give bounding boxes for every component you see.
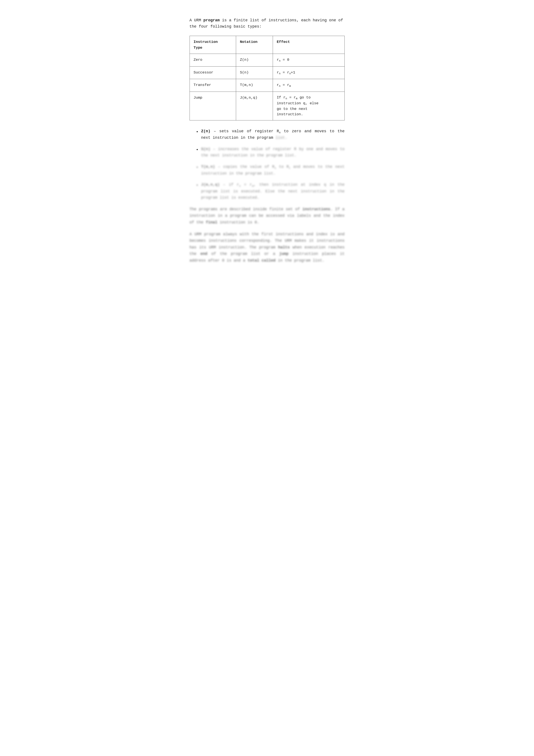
cell-zero-effect: rn = 0: [273, 54, 344, 67]
bullet-dot-successor: •: [196, 147, 199, 153]
bullet-text-jump: J(m,n,q) – if rn = rm, then instruction …: [201, 182, 345, 201]
bullet-item-successor: • S(n) – increases the value of register…: [196, 146, 345, 159]
cell-transfer-effect: rn = rm: [273, 79, 344, 92]
bullet-dot-zero: •: [196, 129, 199, 136]
bullet-item-zero: • Z(n) – sets value of register Rn to ze…: [196, 128, 345, 141]
bullet-item-jump: • J(m,n,q) – if rn = rm, then instructio…: [196, 182, 345, 201]
paragraph-finite: The programs are described inside finite…: [190, 206, 345, 226]
bullet-dot-jump: •: [196, 182, 199, 189]
cell-successor-notation: S(n): [236, 67, 273, 79]
intro-paragraph: A URM program is a finite list of instru…: [190, 17, 345, 30]
bullet-text-transfer: T(m,n) – copies the value of Rn to Rt an…: [201, 164, 345, 177]
intro-text-before: A URM: [190, 18, 203, 22]
col-header-effect: Effect: [273, 36, 344, 54]
cell-jump-type: Jump: [190, 92, 236, 120]
table-row-jump: Jump J(m,n,q) If rn = rm go to instructi…: [190, 92, 344, 120]
table-row-transfer: Transfer T(m,n) rn = rm: [190, 79, 344, 92]
bullet-text-zero: Z(n) – sets value of register Rn to zero…: [201, 128, 345, 141]
bullet-dot-transfer: •: [196, 164, 199, 171]
table-row-successor: Successor S(n) rn = rn+1: [190, 67, 344, 79]
cell-successor-effect: rn = rn+1: [273, 67, 344, 79]
instructions-table: InstructionType Notation Effect Zero Z(n…: [190, 36, 345, 121]
intro-bold-word: program: [203, 18, 220, 22]
table-row-zero: Zero Z(n) rn = 0: [190, 54, 344, 67]
bullet-list: • Z(n) – sets value of register Rn to ze…: [196, 128, 345, 201]
col-header-instruction: InstructionType: [190, 36, 236, 54]
table-header-row: InstructionType Notation Effect: [190, 36, 344, 54]
cell-zero-notation: Z(n): [236, 54, 273, 67]
bullet-item-transfer: • T(m,n) – copies the value of Rn to Rt …: [196, 164, 345, 177]
col-header-notation: Notation: [236, 36, 273, 54]
cell-jump-effect: If rn = rm go to instruction q, else go …: [273, 92, 344, 120]
cell-jump-notation: J(m,n,q): [236, 92, 273, 120]
bullet-text-successor: S(n) – increases the value of register R…: [201, 146, 345, 159]
cell-successor-type: Successor: [190, 67, 236, 79]
paragraph-execution: A URM program always with the first inst…: [190, 231, 345, 264]
cell-zero-type: Zero: [190, 54, 236, 67]
cell-transfer-notation: T(m,n): [236, 79, 273, 92]
cell-transfer-type: Transfer: [190, 79, 236, 92]
